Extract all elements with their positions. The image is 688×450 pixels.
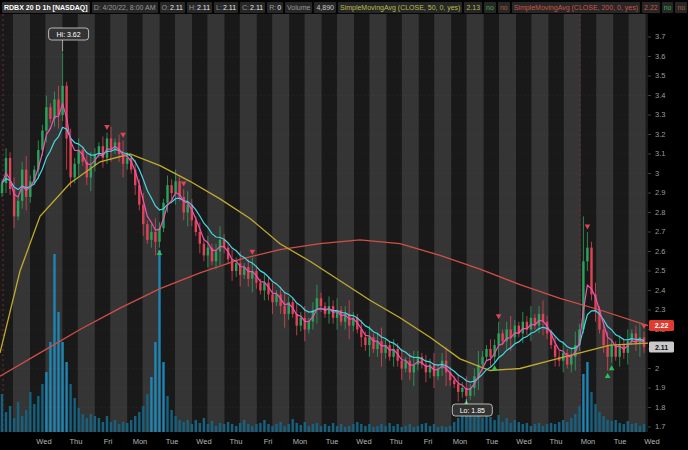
svg-text:2.9: 2.9: [655, 188, 665, 197]
svg-text:Mon: Mon: [453, 437, 468, 446]
study-sma50-value: 2.13: [464, 2, 482, 13]
svg-text:Hi: 3.62: Hi: 3.62: [57, 31, 81, 38]
svg-text:Thu: Thu: [550, 437, 563, 446]
svg-text:3.4: 3.4: [655, 91, 665, 100]
price-chart[interactable]: Hi: 3.62Lo: 1.851.71.81.922.12.22.32.42.…: [0, 14, 688, 450]
svg-text:3.3: 3.3: [655, 110, 665, 119]
svg-text:Tue: Tue: [614, 437, 627, 446]
background-bands: [0, 14, 648, 432]
svg-text:Thu: Thu: [70, 437, 83, 446]
study-sma200-name[interactable]: SimpleMovingAvg (CLOSE, 200, 0, yes): [512, 2, 640, 13]
svg-text:3.1: 3.1: [655, 149, 665, 158]
open-value: 2.11: [170, 4, 183, 11]
svg-text:Wed: Wed: [356, 437, 371, 446]
study-sma50-flag1: no: [484, 2, 496, 13]
range-readout: R:0: [267, 2, 283, 13]
svg-text:Fri: Fri: [424, 437, 433, 446]
svg-text:3.7: 3.7: [655, 32, 665, 41]
svg-text:3: 3: [655, 169, 659, 178]
low-value: 2.11: [223, 4, 236, 11]
svg-text:Mon: Mon: [293, 437, 308, 446]
svg-text:2.22: 2.22: [655, 322, 669, 329]
svg-text:3.5: 3.5: [655, 71, 665, 80]
svg-text:3.6: 3.6: [655, 52, 665, 61]
study-sma50-name[interactable]: SimpleMovingAvg (CLOSE, 50, 0, yes): [338, 2, 462, 13]
svg-text:Mon: Mon: [133, 437, 148, 446]
svg-text:2.4: 2.4: [655, 286, 665, 295]
low-readout: L:2.11: [214, 2, 238, 13]
svg-text:2.3: 2.3: [655, 305, 665, 314]
svg-text:2.11: 2.11: [655, 344, 668, 351]
svg-text:2.7: 2.7: [655, 227, 665, 236]
volume-label: Volume: [285, 2, 312, 13]
svg-text:Wed: Wed: [36, 437, 51, 446]
open-readout: O:2.11: [160, 2, 186, 13]
svg-text:Tue: Tue: [486, 437, 499, 446]
svg-text:2: 2: [655, 364, 659, 373]
study-sma200-flag2: no: [675, 2, 687, 13]
volume-value: 4,890: [314, 2, 336, 13]
high-label: H:: [189, 4, 196, 11]
svg-text:2.6: 2.6: [655, 247, 665, 256]
bar-datetime: D: 4/20/22, 8:00 AM: [92, 2, 158, 13]
svg-text:Wed: Wed: [644, 437, 659, 446]
svg-text:Fri: Fri: [104, 437, 113, 446]
svg-text:Tue: Tue: [166, 437, 179, 446]
svg-text:Mon: Mon: [581, 437, 596, 446]
svg-text:1.9: 1.9: [655, 383, 665, 392]
open-label: O:: [162, 4, 169, 11]
range-value: 0: [277, 4, 281, 11]
study-sma50-flag2: no: [498, 2, 510, 13]
low-label: L:: [216, 4, 222, 11]
svg-text:Fri: Fri: [264, 437, 273, 446]
svg-text:Thu: Thu: [390, 437, 403, 446]
svg-text:1.7: 1.7: [655, 422, 665, 431]
study-sma200-value: 2.22: [642, 2, 660, 13]
svg-text:3.2: 3.2: [655, 130, 665, 139]
svg-text:Lo: 1.85: Lo: 1.85: [460, 407, 485, 414]
study-sma200-flag1: no: [662, 2, 674, 13]
close-readout: C:2.11: [240, 2, 265, 13]
high-value: 2.11: [197, 4, 210, 11]
high-readout: H:2.11: [187, 2, 212, 13]
svg-text:Wed: Wed: [516, 437, 531, 446]
price-badges: 2.222.11: [649, 320, 674, 353]
svg-text:2.5: 2.5: [655, 266, 665, 275]
price-axis[interactable]: 1.71.81.922.12.22.32.42.52.62.72.82.933.…: [648, 32, 665, 431]
chart-header: RDBX 20 D 1h [NASDAQ] D: 4/20/22, 8:00 A…: [0, 0, 688, 14]
svg-text:Thu: Thu: [230, 437, 243, 446]
svg-text:1.8: 1.8: [655, 403, 665, 412]
svg-text:Wed: Wed: [196, 437, 211, 446]
symbol-title[interactable]: RDBX 20 D 1h [NASDAQ]: [2, 2, 90, 13]
close-value: 2.11: [250, 4, 263, 11]
time-axis[interactable]: WedThuFriMonTueWedThuFriMonTueWedThuFriM…: [36, 437, 659, 446]
range-label: R:: [269, 4, 276, 11]
svg-text:2.8: 2.8: [655, 208, 665, 217]
close-label: C:: [242, 4, 249, 11]
svg-text:Tue: Tue: [326, 437, 339, 446]
